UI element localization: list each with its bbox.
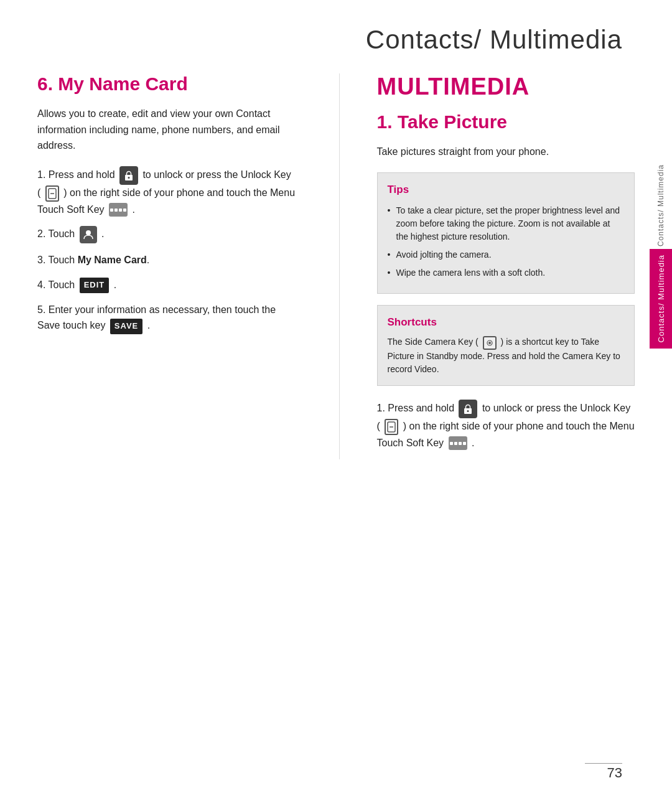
step1-period: . (133, 204, 135, 215)
step1-text-before: 1. Press and hold (37, 169, 118, 180)
page-header: Contacts/ Multimedia (0, 0, 672, 73)
sidebar-tab-text: Contacts/ Multimedia (656, 255, 666, 342)
right-step-1: 1. Press and hold to unlock or press the… (377, 400, 635, 451)
step5-text: 5. Enter your information as necessary, … (37, 304, 276, 331)
left-step-4: 4. Touch EDIT . (37, 277, 296, 293)
content-area: 6. My Name Card Allows you to create, ed… (0, 73, 672, 459)
menu-dot-r (454, 442, 457, 445)
shortcuts-box: Shortcuts The Side Camera Key ( ) is a s… (377, 305, 635, 386)
menu-dot-r (463, 442, 466, 445)
shortcuts-text: The Side Camera Key ( (388, 337, 478, 347)
right-step1-text-before: 1. Press and hold (377, 403, 457, 413)
left-steps: 1. Press and hold to unlock or press the… (37, 166, 296, 334)
tips-item-2: Avoid jolting the camera. (388, 248, 625, 261)
left-section-title: 6. My Name Card (37, 73, 296, 95)
step4-period: . (114, 279, 116, 290)
lock-icon-1 (119, 166, 138, 185)
menu-dot (119, 209, 122, 212)
camera-key-icon (483, 336, 497, 350)
left-column: 6. My Name Card Allows you to create, ed… (37, 73, 308, 459)
page-title: Contacts/ Multimedia (366, 25, 622, 54)
svg-point-6 (488, 342, 491, 344)
step4-text: 4. Touch (37, 279, 78, 290)
unlock-key-icon-2 (385, 419, 398, 435)
step2-text: 2. Touch (37, 228, 78, 239)
left-step-1: 1. Press and hold to unlock or press the… (37, 166, 296, 217)
shortcuts-title: Shortcuts (388, 314, 625, 330)
column-divider (339, 73, 340, 459)
step1-text-after: ) on the right side of your phone and to… (37, 187, 295, 215)
right-step1-text-after: ) on the right side of your phone and to… (377, 421, 635, 448)
right-intro-text: Take pictures straight from your phone. (377, 144, 635, 160)
menu-key-icon-1 (109, 203, 128, 217)
sidebar-tab: Contacts/ Multimedia (650, 249, 672, 349)
step5-period: . (147, 320, 150, 330)
multimedia-title: MULTIMEDIA (377, 73, 635, 100)
sidebar-label-gray: Contacts/ Multimedia (650, 162, 672, 249)
left-step-5: 5. Enter your information as necessary, … (37, 302, 296, 334)
tips-item-1: To take a clear picture, set the proper … (388, 204, 625, 243)
tips-list: To take a clear picture, set the proper … (388, 204, 625, 279)
left-intro-text: Allows you to create, edit and view your… (37, 106, 296, 154)
right-section-title: 1. Take Picture (377, 111, 635, 133)
tips-title: Tips (388, 182, 625, 198)
unlock-key-icon-1 (45, 185, 59, 202)
page-number-line (585, 763, 622, 764)
svg-point-1 (128, 177, 129, 179)
menu-dot (114, 209, 118, 212)
menu-dot-r (459, 442, 462, 445)
tips-box: Tips To take a clear picture, set the pr… (377, 172, 635, 294)
svg-point-4 (86, 230, 91, 235)
save-badge: SAVE (110, 319, 142, 334)
tips-item-3: Wipe the camera lens with a soft cloth. (388, 266, 625, 279)
sidebar-gray-text: Contacts/ Multimedia (656, 164, 665, 246)
menu-dot (123, 209, 126, 212)
step3-text: 3. Touch My Name Card. (37, 255, 149, 265)
menu-dot (110, 209, 113, 212)
svg-point-8 (467, 410, 469, 412)
left-step-3: 3. Touch My Name Card. (37, 252, 296, 268)
right-column: MULTIMEDIA 1. Take Picture Take pictures… (371, 73, 635, 459)
left-step-2: 2. Touch . (37, 226, 296, 243)
menu-dot-r (450, 442, 453, 445)
lock-icon-2 (459, 400, 477, 418)
page-number: 73 (607, 765, 622, 781)
right-step1-period: . (472, 438, 474, 448)
contact-icon (80, 226, 97, 243)
step2-period: . (101, 228, 104, 239)
menu-key-icon-2 (449, 436, 467, 450)
edit-badge: EDIT (80, 278, 110, 293)
